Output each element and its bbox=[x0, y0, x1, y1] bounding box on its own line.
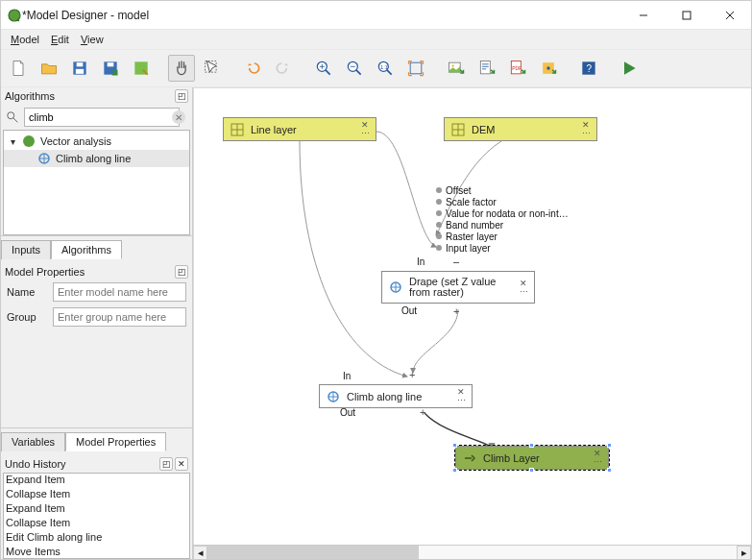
node-more-icon[interactable]: ⋯ bbox=[582, 130, 591, 137]
node-more-icon[interactable]: ⋯ bbox=[520, 288, 528, 296]
new-model-button[interactable] bbox=[5, 55, 32, 82]
app-icon bbox=[7, 8, 22, 23]
zoom-in-button[interactable] bbox=[310, 55, 337, 82]
node-climb-layer[interactable]: Climb Layer ✕⋯ bbox=[455, 446, 609, 470]
tree-item-climb-along-line[interactable]: Climb along line bbox=[4, 150, 189, 167]
scroll-left-icon[interactable]: ◂ bbox=[193, 546, 207, 560]
history-item[interactable]: Edit Climb along line bbox=[4, 531, 189, 546]
svg-text:?: ? bbox=[587, 63, 593, 74]
scroll-track[interactable] bbox=[207, 546, 737, 560]
node-label: Drape (set Z value from raster) bbox=[409, 277, 514, 298]
export-python-button[interactable] bbox=[535, 55, 562, 82]
panel-undock-icon[interactable]: ◰ bbox=[175, 265, 188, 279]
history-item[interactable]: Expand Item bbox=[4, 474, 189, 488]
model-name-input[interactable] bbox=[53, 282, 186, 302]
output-icon bbox=[462, 450, 477, 466]
svg-point-34 bbox=[23, 135, 35, 147]
pan-tool-button[interactable] bbox=[168, 55, 195, 82]
svg-line-13 bbox=[326, 70, 330, 75]
history-item[interactable]: Move Items bbox=[4, 546, 189, 559]
export-pdf-button[interactable]: PDF bbox=[504, 55, 531, 82]
redo-button[interactable] bbox=[270, 55, 297, 82]
maximize-button[interactable] bbox=[665, 1, 708, 29]
save-model-button[interactable] bbox=[66, 55, 93, 82]
algorithm-search-input[interactable] bbox=[24, 108, 180, 127]
node-more-icon[interactable]: ⋯ bbox=[594, 458, 602, 466]
node-close-icon[interactable]: ✕ bbox=[594, 450, 602, 457]
history-item[interactable]: Expand Item bbox=[4, 502, 189, 517]
svg-point-29 bbox=[546, 66, 549, 69]
node-line-layer[interactable]: Line layer ✕⋯ bbox=[223, 117, 376, 141]
svg-rect-22 bbox=[410, 62, 422, 74]
node-dem[interactable]: DEM ✕⋯ bbox=[444, 117, 597, 141]
zoom-out-button[interactable] bbox=[341, 55, 368, 82]
open-model-button[interactable] bbox=[36, 55, 62, 82]
history-item[interactable]: Collapse Item bbox=[4, 517, 189, 531]
node-label: Line layer bbox=[251, 124, 355, 135]
spacer bbox=[1, 329, 192, 428]
algorithm-tree[interactable]: ▾ Vector analysis Climb along line bbox=[3, 130, 190, 235]
save-in-project-button[interactable] bbox=[128, 55, 155, 82]
tree-group-vector-analysis[interactable]: ▾ Vector analysis bbox=[4, 133, 189, 150]
canvas-horizontal-scrollbar[interactable]: ◂ ▸ bbox=[193, 545, 751, 559]
node-close-icon[interactable]: ✕ bbox=[520, 280, 528, 287]
zoom-full-button[interactable] bbox=[402, 55, 429, 82]
node-close-icon[interactable]: ✕ bbox=[582, 121, 591, 129]
qgis-provider-icon bbox=[21, 134, 36, 149]
svg-text:1:1: 1:1 bbox=[380, 64, 388, 70]
panel-undock-icon[interactable]: ◰ bbox=[175, 89, 188, 103]
node-more-icon[interactable]: ⋯ bbox=[457, 397, 466, 404]
expand-plus-icon[interactable]: + bbox=[420, 406, 425, 418]
minimize-button[interactable] bbox=[621, 1, 665, 29]
algorithm-search-row: ✕ bbox=[1, 105, 192, 130]
run-model-button[interactable] bbox=[616, 55, 643, 82]
close-button[interactable] bbox=[708, 1, 751, 29]
expand-plus-icon[interactable]: + bbox=[453, 305, 459, 317]
tab-model-properties[interactable]: Model Properties bbox=[65, 432, 166, 451]
port-in-label: In bbox=[417, 256, 425, 267]
menu-edit[interactable]: Edit bbox=[51, 34, 69, 45]
zoom-actual-button[interactable]: 1:1 bbox=[372, 55, 399, 82]
select-tool-button[interactable] bbox=[199, 55, 226, 82]
svg-rect-9 bbox=[108, 62, 114, 66]
history-item[interactable]: Collapse Item bbox=[4, 488, 189, 502]
save-as-button[interactable] bbox=[97, 55, 124, 82]
export-image-button[interactable] bbox=[443, 55, 470, 82]
expand-icon[interactable]: ▾ bbox=[8, 136, 17, 147]
model-group-input[interactable] bbox=[53, 307, 186, 327]
node-climb-along-line[interactable]: Climb along line ✕⋯ bbox=[319, 384, 473, 408]
param-label: Raster layer bbox=[446, 231, 497, 242]
algorithm-icon bbox=[36, 151, 52, 166]
tab-algorithms[interactable]: Algorithms bbox=[51, 240, 122, 259]
menu-model[interactable]: Model bbox=[11, 34, 39, 45]
panel-close-icon[interactable]: ✕ bbox=[175, 457, 188, 471]
svg-rect-6 bbox=[77, 62, 84, 66]
input-param-icon bbox=[230, 122, 245, 137]
panel-undock-icon[interactable]: ◰ bbox=[159, 457, 173, 471]
undo-history-list[interactable]: Expand Item Collapse Item Expand Item Co… bbox=[3, 473, 190, 559]
svg-line-21 bbox=[387, 70, 392, 75]
model-canvas[interactable]: Line layer ✕⋯ DEM ✕⋯ Offset Scale factor bbox=[193, 87, 751, 545]
algorithm-icon bbox=[326, 389, 341, 404]
window-title: *Model Designer - model bbox=[22, 9, 621, 22]
help-button[interactable]: ? bbox=[575, 55, 602, 82]
node-close-icon[interactable]: ✕ bbox=[457, 388, 466, 396]
scroll-right-icon[interactable]: ▸ bbox=[737, 546, 751, 560]
expand-plus-icon[interactable]: + bbox=[409, 369, 415, 380]
scroll-thumb[interactable] bbox=[207, 546, 419, 560]
collapse-dash[interactable]: – bbox=[453, 256, 459, 267]
clear-search-icon[interactable]: ✕ bbox=[172, 110, 185, 124]
param-label: Offset bbox=[446, 185, 472, 196]
menu-bar: Model Edit View bbox=[1, 30, 751, 49]
node-label: Climb along line bbox=[347, 391, 451, 402]
properties-tabstrip: Variables Model Properties bbox=[1, 427, 192, 451]
export-svg-button[interactable] bbox=[473, 55, 500, 82]
node-drape[interactable]: Drape (set Z value from raster) ✕⋯ bbox=[381, 271, 535, 304]
menu-view[interactable]: View bbox=[81, 34, 104, 45]
node-more-icon[interactable]: ⋯ bbox=[361, 130, 370, 137]
search-icon bbox=[5, 110, 20, 125]
tab-variables[interactable]: Variables bbox=[1, 432, 65, 451]
undo-button[interactable] bbox=[239, 55, 266, 82]
tab-inputs[interactable]: Inputs bbox=[1, 240, 51, 259]
node-close-icon[interactable]: ✕ bbox=[361, 121, 370, 129]
